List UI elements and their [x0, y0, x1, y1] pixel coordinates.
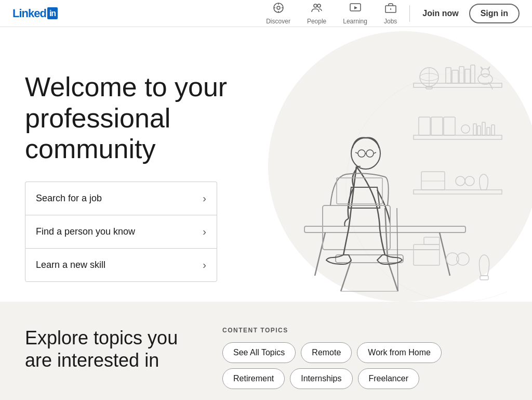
svg-rect-22 — [465, 69, 470, 83]
explore-text: Explore topics you are interested in — [25, 327, 181, 371]
navbar-left: Linkedin — [12, 7, 58, 20]
svg-rect-26 — [431, 117, 443, 135]
svg-line-55 — [374, 152, 376, 153]
nav-item-learning[interactable]: Learning — [335, 0, 376, 27]
svg-rect-62 — [480, 276, 488, 280]
find-person-button[interactable]: Find a person you know › — [25, 215, 217, 248]
topics-row-1: See All Topics Remote Work from Home — [222, 342, 507, 363]
nav-label-people: People — [307, 18, 326, 25]
topics-section: CONTENT TOPICS See All Topics Remote Wor… — [222, 327, 507, 394]
nav-item-jobs[interactable]: Jobs — [376, 0, 405, 27]
join-now-button[interactable]: Join now — [414, 5, 467, 22]
svg-line-48 — [397, 208, 398, 291]
discover-icon — [272, 2, 285, 17]
svg-rect-19 — [446, 68, 451, 83]
svg-rect-21 — [459, 67, 464, 83]
navbar-right: Discover People Learning Jobs — [258, 0, 520, 27]
topic-remote[interactable]: Remote — [301, 342, 352, 363]
chevron-right-icon: › — [203, 226, 206, 238]
svg-rect-23 — [471, 65, 475, 83]
hero-illustration — [233, 52, 507, 302]
topics-row-2: Retirement Internships Freelancer — [222, 368, 507, 389]
svg-rect-30 — [477, 126, 481, 135]
svg-point-37 — [456, 176, 465, 186]
svg-rect-58 — [414, 244, 440, 265]
svg-line-44 — [341, 260, 351, 291]
nav-item-people[interactable]: People — [299, 0, 335, 27]
hero-left: Welcome to your professional community S… — [25, 72, 233, 282]
logo-text: Linked — [12, 7, 46, 20]
navbar: Linkedin Discover People Learning — [0, 0, 532, 27]
svg-rect-59 — [424, 237, 440, 244]
svg-point-51 — [358, 150, 365, 157]
nav-label-jobs: Jobs — [384, 18, 397, 25]
svg-rect-29 — [473, 124, 476, 135]
search-job-button[interactable]: Search for a job › — [25, 182, 217, 215]
svg-rect-57 — [337, 178, 382, 204]
svg-rect-20 — [452, 70, 458, 83]
svg-rect-40 — [304, 226, 466, 233]
svg-point-38 — [465, 176, 474, 186]
learning-icon — [349, 2, 362, 17]
svg-line-41 — [315, 233, 325, 276]
hero-actions: Search for a job › Find a person you kno… — [25, 182, 217, 282]
svg-point-1 — [277, 6, 280, 9]
svg-marker-9 — [354, 6, 357, 9]
svg-rect-31 — [482, 122, 485, 135]
bottom-section: Explore topics you are interested in CON… — [0, 302, 532, 400]
chevron-right-icon: › — [203, 192, 206, 204]
svg-rect-32 — [487, 127, 490, 135]
svg-line-54 — [355, 152, 358, 153]
nav-items: Discover People Learning Jobs — [258, 0, 405, 27]
topic-internships[interactable]: Internships — [290, 368, 352, 389]
svg-rect-34 — [414, 190, 502, 194]
svg-rect-33 — [491, 125, 495, 135]
hero-svg-illustration — [237, 52, 507, 302]
learn-skill-button[interactable]: Learn a new skill › — [25, 248, 217, 282]
svg-point-6 — [314, 4, 317, 7]
nav-divider — [409, 5, 410, 22]
nav-label-learning: Learning — [343, 18, 367, 25]
svg-point-7 — [317, 4, 321, 7]
svg-line-45 — [388, 260, 398, 291]
topics-label: CONTENT TOPICS — [222, 327, 507, 334]
topic-freelancer[interactable]: Freelancer — [358, 368, 419, 389]
nav-label-discover: Discover — [266, 18, 290, 25]
svg-rect-46 — [336, 255, 403, 263]
svg-rect-24 — [414, 135, 502, 139]
hero-section: Welcome to your professional community S… — [0, 27, 532, 302]
svg-rect-25 — [419, 117, 430, 135]
people-icon — [311, 2, 323, 17]
chevron-right-icon: › — [203, 259, 206, 271]
topic-wfh[interactable]: Work from Home — [357, 342, 442, 363]
nav-item-discover[interactable]: Discover — [258, 0, 299, 27]
svg-point-52 — [366, 150, 374, 157]
svg-point-28 — [461, 125, 470, 133]
hero-title: Welcome to your professional community — [25, 72, 233, 165]
topic-retirement[interactable]: Retirement — [222, 368, 285, 389]
svg-rect-27 — [444, 117, 455, 135]
logo-box: in — [47, 7, 58, 19]
jobs-icon — [384, 2, 397, 17]
topic-see-all[interactable]: See All Topics — [222, 342, 296, 363]
sign-in-button[interactable]: Sign in — [469, 4, 520, 23]
svg-line-47 — [385, 208, 388, 260]
logo[interactable]: Linkedin — [12, 7, 58, 20]
